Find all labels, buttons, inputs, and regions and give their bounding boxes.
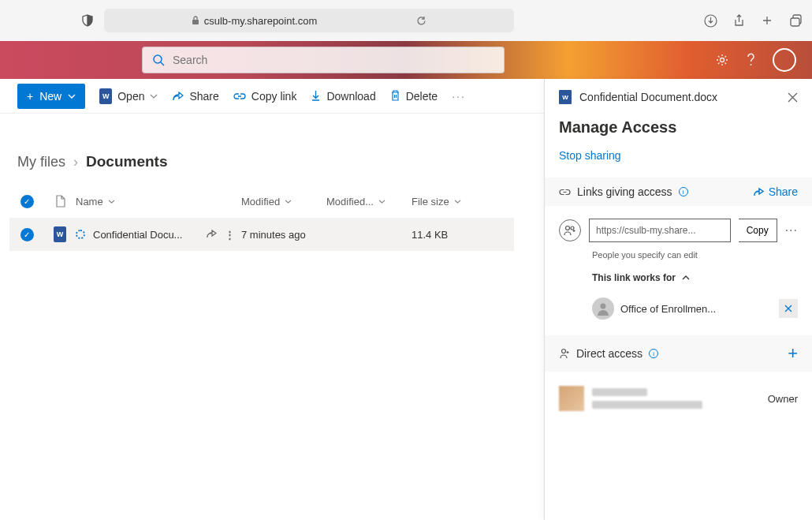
breadcrumb-current: Documents (86, 153, 167, 170)
owner-email-blurred (592, 401, 702, 409)
chevron-down-icon (150, 94, 158, 99)
checkmark-icon: ✓ (20, 228, 34, 241)
file-type-icon: W (44, 226, 76, 242)
new-button[interactable]: + New (17, 84, 85, 109)
copylink-button[interactable]: Copy link (233, 90, 297, 103)
info-icon[interactable]: i (679, 187, 688, 196)
people-selector-icon[interactable] (559, 219, 581, 241)
chevron-down-icon (454, 200, 461, 204)
person-icon (559, 348, 570, 359)
copylink-label: Copy link (251, 90, 297, 103)
search-input[interactable] (173, 54, 494, 66)
breadcrumb-root[interactable]: My files (17, 154, 65, 170)
chevron-down-icon (378, 200, 386, 204)
info-icon[interactable]: i (649, 349, 658, 358)
file-name-cell[interactable]: Confidential Docu... ⋮ (76, 229, 241, 241)
link-works-for-toggle[interactable]: This link works for (545, 260, 812, 290)
header-banner (0, 41, 812, 79)
svg-point-5 (721, 58, 724, 62)
panel-share-button[interactable]: Share (753, 185, 798, 198)
chevron-down-icon (285, 200, 292, 204)
size-cell: 11.4 KB (412, 229, 482, 241)
download-label: Download (326, 90, 375, 103)
delete-label: Delete (406, 90, 438, 103)
panel-doc-title: Confidential Document.docx (579, 91, 717, 103)
modified-cell: 7 minutes ago (241, 229, 326, 241)
copy-button[interactable]: Copy (739, 219, 777, 242)
select-all-column[interactable]: ✓ (9, 195, 44, 208)
svg-point-7 (566, 226, 570, 230)
delete-button[interactable]: Delete (390, 90, 438, 103)
more-actions-button[interactable]: ··· (452, 90, 466, 103)
profile-avatar[interactable] (773, 48, 796, 72)
settings-gear-icon[interactable] (715, 53, 729, 67)
word-doc-icon: W (559, 90, 572, 104)
open-button[interactable]: W Open (99, 88, 158, 104)
file-type-column (44, 195, 76, 208)
manage-access-panel: W Confidential Document.docx Manage Acce… (544, 79, 812, 520)
links-section-header: Links giving access i Share (545, 178, 812, 206)
row-checkbox[interactable]: ✓ (9, 228, 44, 241)
chevron-down-icon (68, 94, 76, 99)
svg-rect-2 (791, 18, 799, 26)
browser-chrome: csulb-my.sharepoint.com (0, 0, 812, 41)
share-label: Share (189, 90, 218, 103)
share-url-field[interactable]: https://csulb-my.share... (589, 219, 731, 242)
file-name-text: Confidential Docu... (93, 229, 182, 241)
download-icon[interactable] (703, 13, 717, 28)
share-system-icon[interactable] (732, 13, 746, 28)
name-column-header[interactable]: Name (76, 196, 241, 208)
svg-point-10 (562, 350, 566, 354)
plus-icon: + (27, 90, 33, 103)
reload-icon[interactable] (416, 16, 426, 26)
remove-recipient-button[interactable] (779, 299, 798, 318)
link-description: People you specify can edit (545, 247, 812, 260)
recipient-name: Office of Enrollmen... (620, 303, 773, 315)
stop-sharing-link[interactable]: Stop sharing (545, 141, 812, 178)
new-tab-icon[interactable] (760, 13, 774, 28)
svg-line-4 (161, 62, 164, 65)
share-arrow-icon (172, 91, 184, 102)
chevron-up-icon (682, 275, 690, 280)
direct-access-header: Direct access i + (545, 335, 812, 372)
download-button[interactable]: Download (311, 90, 375, 103)
link-icon (559, 188, 571, 196)
svg-rect-0 (192, 20, 199, 24)
close-panel-button[interactable] (788, 92, 798, 103)
owner-row: Owner (545, 372, 812, 425)
add-direct-access-button[interactable]: + (788, 343, 798, 364)
open-label: Open (117, 90, 144, 103)
trash-icon (390, 90, 400, 102)
checkmark-icon: ✓ (20, 195, 34, 208)
person-avatar (592, 297, 614, 320)
url-bar[interactable]: csulb-my.sharepoint.com (104, 9, 514, 32)
table-row[interactable]: ✓ W Confidential Docu... ⋮ 7 minutes ago… (9, 218, 514, 251)
privacy-shield-icon (80, 13, 95, 28)
table-header-row: ✓ Name Modified Modified... File size (9, 185, 514, 218)
chevron-down-icon (108, 200, 115, 204)
svg-point-3 (154, 55, 162, 63)
url-text: csulb-my.sharepoint.com (204, 15, 318, 27)
tabs-icon[interactable] (788, 13, 803, 28)
size-column-header[interactable]: File size (412, 196, 482, 208)
chevron-right-icon: › (73, 154, 78, 170)
sync-spinner-icon (76, 230, 85, 239)
recipient-chip: Office of Enrollmen... (592, 297, 798, 320)
new-button-label: New (39, 90, 61, 103)
share-inline-icon[interactable] (206, 229, 217, 241)
search-box[interactable] (142, 47, 505, 73)
search-icon (152, 54, 165, 66)
link-more-button[interactable]: ··· (785, 223, 798, 238)
panel-heading: Manage Access (545, 115, 812, 141)
svg-point-6 (751, 64, 752, 65)
share-button[interactable]: Share (172, 90, 218, 103)
link-icon (233, 92, 246, 101)
modifiedby-column-header[interactable]: Modified... (326, 196, 412, 208)
file-table: ✓ Name Modified Modified... File size ✓ … (9, 185, 514, 251)
owner-role-label: Owner (768, 393, 798, 405)
help-icon[interactable] (745, 53, 757, 67)
modified-column-header[interactable]: Modified (241, 196, 326, 208)
download-arrow-icon (311, 90, 321, 102)
panel-header: W Confidential Document.docx (545, 79, 812, 115)
row-more-icon[interactable]: ⋮ (225, 229, 235, 241)
